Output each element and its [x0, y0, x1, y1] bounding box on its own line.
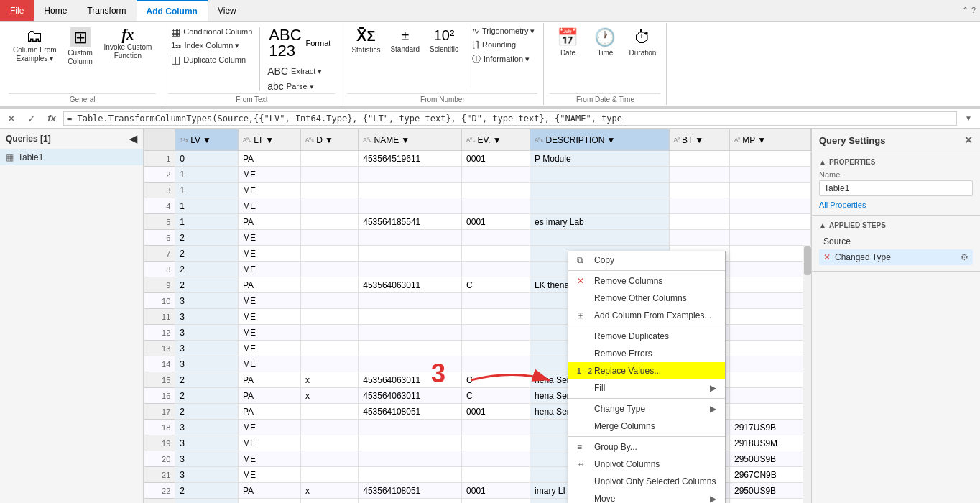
properties-section: ▲ PROPERTIES Name Table1 All Properties [812, 152, 980, 216]
step-source[interactable]: Source [819, 234, 973, 249]
tab-view[interactable]: View [208, 0, 246, 21]
conditional-col-label: Conditional Column [183, 27, 252, 36]
col-header-mp[interactable]: AᴮMP▼ [730, 129, 811, 151]
ctx-remove-errors-label: Remove Errors [594, 349, 652, 359]
ctx-remove-dupes[interactable]: Remove Duplicates [568, 328, 725, 345]
col-from-examples-label: Column FromExamples ▾ [13, 46, 57, 63]
vertical-scrollbar[interactable] [803, 245, 811, 503]
ctx-unpivot-only-selected[interactable]: Unpivot Only Selected Columns [568, 473, 725, 490]
statistics-btn[interactable]: X̄Σ Statistics [347, 24, 384, 57]
information-label: Information ▾ [484, 55, 530, 64]
table-row: 51PA4535641855410001es imary Lab [144, 214, 811, 230]
col-header-description[interactable]: AᴮcDESCRIPTION▼ [530, 129, 670, 151]
formula-input[interactable] [63, 111, 957, 126]
table-row: 41ME [144, 198, 811, 214]
duplicate-col-label: Duplicate Column [183, 55, 246, 64]
change-type-arrow-icon: ▶ [710, 404, 716, 414]
col-header-bt[interactable]: AᴮBT▼ [669, 129, 729, 151]
ctx-remove-other-cols[interactable]: Remove Other Columns [568, 290, 725, 307]
ctx-add-col-from-examples-label: Add Column From Examples... [594, 310, 711, 320]
ctx-merge-cols[interactable]: Merge Columns [568, 417, 725, 435]
trigonometry-btn[interactable]: ∿ Trigonometry ▾ [469, 24, 537, 37]
all-properties-link[interactable]: All Properties [819, 200, 973, 209]
parse-btn[interactable]: abc Parse ▾ [264, 79, 335, 93]
ctx-unpivot-cols-label: Unpivot Columns [594, 459, 660, 469]
step-gear-icon[interactable]: ⚙ [961, 252, 969, 262]
conditional-col-icon: ▦ [171, 26, 180, 37]
col-from-examples-btn[interactable]: 🗂 Column FromExamples ▾ [9, 24, 61, 66]
trigonometry-label: Trigonometry ▾ [482, 27, 535, 36]
sidebar-item-table1[interactable]: ▦ Table1 [0, 149, 143, 165]
col-header-lt[interactable]: AᴮcLT▼ [238, 129, 300, 151]
col-header-ev[interactable]: AᴮcEV.▼ [462, 129, 530, 151]
extract-btn[interactable]: ABC Extract ▾ [264, 64, 335, 78]
col-header-name[interactable]: AᴮcNAME▼ [359, 129, 462, 151]
ctx-group-by[interactable]: ≡ Group By... [568, 438, 725, 456]
applied-steps-section-title: ▲ APPLIED STEPS [819, 221, 973, 229]
ctx-sep3 [568, 398, 725, 399]
ribbon-group-from-text: ▦ Conditional Column 1₂₃ Index Column ▾ … [162, 23, 341, 105]
ribbon-group-from-number: X̄Σ Statistics ± Standard 10² Scientific… [341, 23, 544, 105]
unpivot-cols-icon: ↔ [577, 459, 588, 469]
standard-btn[interactable]: ± Standard [386, 24, 424, 57]
from-date-time-label: From Date & Time [550, 93, 660, 103]
ctx-add-col-from-examples[interactable]: ⊞ Add Column From Examples... [568, 307, 725, 324]
tab-home[interactable]: Home [34, 0, 77, 21]
right-panel-title: Query Settings [819, 135, 885, 146]
table-row: 31ME [144, 183, 811, 198]
ctx-unpivot-cols[interactable]: ↔ Unpivot Columns [568, 456, 725, 473]
number-right-col: ∿ Trigonometry ▾ ⌊⌉ Rounding ⓘ Informati… [469, 24, 537, 67]
help-btn[interactable]: ? [971, 6, 976, 15]
commit-formula-btn[interactable]: ✓ [23, 110, 40, 127]
conditional-col-btn[interactable]: ▦ Conditional Column [168, 24, 255, 39]
step-changed-type[interactable]: ✕ Changed Type ⚙ [819, 249, 973, 265]
ctx-move[interactable]: Move ▶ [568, 490, 725, 503]
tab-file[interactable]: File [0, 0, 34, 21]
duration-btn[interactable]: ⏱ Duration [624, 24, 660, 60]
ctx-change-type[interactable]: Change Type ▶ [568, 400, 725, 417]
ctx-replace-values[interactable]: 1→2 Replace Values... [568, 362, 725, 379]
scientific-btn[interactable]: 10² Scientific [425, 24, 463, 57]
ctx-fill[interactable]: Fill ▶ [568, 379, 725, 397]
scroll-thumb[interactable] [804, 246, 811, 275]
expand-formula-btn[interactable]: ▼ [960, 110, 977, 127]
collapse-ribbon-btn[interactable]: ⌃ [962, 6, 969, 15]
context-menu: ⧉ Copy ✕ Remove Columns Remove Other Col… [568, 251, 726, 503]
ctx-copy[interactable]: ⧉ Copy [568, 251, 725, 269]
sidebar-item-table1-label: Table1 [18, 152, 43, 162]
custom-col-label: CustomColumn [68, 49, 92, 66]
custom-col-btn[interactable]: ⊞ CustomColumn [63, 24, 98, 69]
ctx-unpivot-only-selected-label: Unpivot Only Selected Columns [594, 476, 716, 486]
col-header-d[interactable]: AᴮcD▼ [300, 129, 358, 151]
tab-add-column[interactable]: Add Column [137, 0, 208, 21]
information-btn[interactable]: ⓘ Information ▾ [469, 52, 537, 67]
col-from-examples-icon: 🗂 [26, 27, 43, 45]
ctx-remove-cols[interactable]: ✕ Remove Columns [568, 272, 725, 290]
name-prop-value[interactable]: Table1 [819, 180, 973, 196]
format-label: Format [306, 39, 331, 47]
format-icon: ABC123 [269, 27, 301, 59]
ctx-remove-errors[interactable]: Remove Errors [568, 345, 725, 362]
date-btn[interactable]: 📅 Date [550, 24, 586, 60]
trigonometry-icon: ∿ [472, 26, 479, 36]
duplicate-col-btn[interactable]: ◫ Duplicate Column [168, 52, 255, 67]
copy-icon: ⧉ [577, 255, 588, 265]
time-btn[interactable]: 🕐 Time [587, 24, 623, 60]
tab-transform[interactable]: Transform [77, 0, 136, 21]
collapse-sidebar-btn[interactable]: ◀ [129, 133, 137, 144]
extract-icon: ABC [267, 65, 288, 77]
from-number-label: From Number [347, 93, 537, 103]
index-col-btn[interactable]: 1₂₃ Index Column ▾ [168, 40, 255, 52]
duration-label: Duration [629, 49, 657, 57]
scientific-icon: 10² [434, 27, 455, 44]
invoke-custom-btn[interactable]: fx Invoke CustomFunction [100, 24, 157, 63]
cancel-formula-btn[interactable]: ✕ [3, 110, 20, 127]
right-panel-close-btn[interactable]: ✕ [964, 134, 973, 146]
properties-title-label: PROPERTIES [829, 158, 875, 166]
date-label: Date [560, 49, 575, 57]
col-header-lv[interactable]: 1²₃LV▼ [175, 129, 239, 151]
rounding-btn[interactable]: ⌊⌉ Rounding [469, 38, 537, 51]
fx-label: fx [43, 110, 60, 127]
format-btn[interactable]: ABC123 Format [264, 24, 335, 62]
index-col-label: Index Column ▾ [184, 41, 239, 50]
